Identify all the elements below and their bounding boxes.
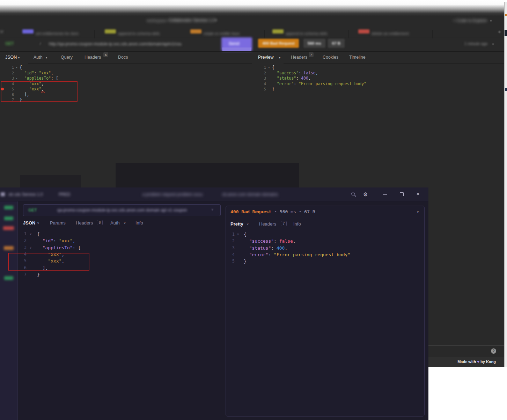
response-time: 560 ms (280, 209, 296, 214)
chevron-down-icon: ▾ (490, 19, 492, 22)
divider (0, 51, 504, 52)
fold-spacer (27, 237, 37, 244)
tab-body-json[interactable]: JSON (5, 55, 17, 60)
fold-toggle-icon[interactable]: ∨ (235, 231, 244, 238)
url-bar[interactable]: GET qa-promo-coupon-module-ip.svc.cds.an… (23, 204, 221, 216)
sliver-fragment (505, 88, 507, 91)
titlebar-mid-text: a problem request problem occurred (142, 192, 203, 197)
gear-icon[interactable]: ⚙ (363, 191, 368, 198)
response-panel: 400 Bad Request • 560 ms • 67 B ∨ Pretty… (226, 206, 425, 417)
url-input[interactable]: qa-promo-coupon-module-ip.svc.cds.anon.c… (57, 208, 210, 213)
tab-response-info[interactable]: Info (293, 221, 301, 227)
code-line: 3∨ "appliesTo": [ (18, 244, 223, 251)
line-number: 5 (252, 87, 266, 92)
code-line: 1▾{ (0, 65, 244, 71)
line-number: 2 (252, 71, 266, 76)
fold-toggle-icon[interactable]: ▾ (14, 65, 20, 71)
headers-count-badge: 6 (103, 52, 108, 57)
request-tab[interactable]: append to schema defs (286, 31, 341, 36)
response-preview[interactable]: 1▾{2 "success": false,3 "status": 400,4 … (252, 65, 496, 92)
response-body-viewer[interactable]: 1∨{2 "success": false,3 "status": 400,4 … (226, 231, 421, 265)
line-number: 3 (0, 76, 14, 81)
send-button-bottom (222, 47, 251, 51)
tab-pretty[interactable]: Pretty (230, 221, 243, 227)
time-badge: 560 ms (303, 39, 325, 48)
partial-tab[interactable]: st (0, 29, 3, 34)
tab-params[interactable]: Params (50, 220, 66, 226)
titlebar[interactable]: ob cds Service 1.0 PRED a problem reques… (0, 187, 428, 201)
new-tab-button[interactable]: + (498, 29, 501, 35)
code-line: 2 "success": false, (226, 238, 421, 244)
line-number: 7 (18, 271, 27, 278)
gutter-error-dot (1, 88, 4, 90)
code-line: 1∨{ (18, 231, 223, 237)
tab-timeline[interactable]: Timeline (349, 55, 366, 60)
response-size: 67 B (304, 209, 315, 214)
status-text: 400 Bad Request (230, 209, 271, 214)
tab-underline (28, 63, 252, 64)
chevron-down-icon: ∨ (124, 221, 126, 225)
code-line: 3▾ "appliesTo": [ (0, 76, 244, 81)
chevron-down-icon[interactable]: ∨ (417, 210, 419, 214)
tab-info[interactable]: Info (135, 220, 143, 226)
bg-workspace-label[interactable]: workspace (147, 18, 167, 23)
code-line: 3 "status": 400, (252, 76, 496, 81)
line-number: 2 (18, 237, 27, 244)
tab-auth[interactable]: Auth (110, 220, 120, 226)
tab-headers[interactable]: Headers (84, 55, 101, 60)
request-tab[interactable]: rotate or entitle keys (204, 31, 259, 36)
code-line: 4 "error": "Error parsing request body" (226, 251, 421, 258)
fold-spacer (235, 245, 244, 251)
fold-spacer (14, 71, 20, 76)
tab-docs[interactable]: Docs (118, 55, 128, 60)
fold-toggle-icon[interactable]: ▾ (266, 65, 272, 71)
code-line: 3 "status": 400, (226, 245, 421, 251)
tab-body-json[interactable]: JSON (23, 220, 35, 226)
minimize-button[interactable] (383, 194, 387, 195)
request-tab[interactable]: append to schema defs (118, 31, 174, 36)
sliver-fragment (505, 30, 507, 36)
sidebar-request-badge[interactable] (4, 216, 13, 220)
tab-preview[interactable]: Preview (258, 55, 273, 60)
request-tab[interactable]: set entitlements for dom (36, 31, 91, 36)
sidebar-request-badge[interactable] (4, 246, 14, 250)
document-title[interactable]: PRED (59, 192, 75, 197)
titlebar-fragment (1, 192, 5, 196)
maximize-button[interactable] (400, 192, 404, 196)
redaction-overlay (20, 175, 81, 189)
tab-method-badge (190, 29, 201, 34)
tab-auth[interactable]: Auth (34, 55, 43, 60)
tab-query[interactable]: Query (61, 55, 73, 60)
history-dropdown[interactable]: 1 minute ago (464, 42, 488, 46)
bg-right-action[interactable]: + Code to Explore (453, 18, 487, 23)
workspace-title[interactable]: ob cds Service 1.0 (8, 192, 52, 197)
bg-window-title[interactable]: Collaborator Service 1.0 (168, 18, 215, 23)
adjacent-window-sliver (504, 2, 507, 367)
url-input[interactable]: http://qa-promo-coupon-module-ip.svc.cds… (49, 42, 182, 46)
tab-response-headers[interactable]: Headers (291, 55, 307, 60)
bg-title-plus[interactable]: + (215, 18, 217, 23)
search-icon-handle (354, 195, 356, 197)
tab-cookies[interactable]: Cookies (323, 55, 338, 60)
line-number: 2 (226, 238, 235, 244)
help-button[interactable]: ? (491, 348, 496, 354)
request-tab[interactable]: delete an entitlement (372, 31, 427, 36)
chevron-down-icon: ▾ (18, 56, 20, 59)
line-number: 1 (252, 65, 266, 71)
sidebar-request-badge[interactable] (3, 226, 14, 230)
tab-response-headers[interactable]: Headers (259, 221, 276, 227)
fold-spacer (235, 251, 244, 258)
foreground-app-window: ob cds Service 1.0 PRED a problem reques… (0, 187, 428, 420)
credit-text: Made with (457, 360, 476, 364)
close-button[interactable]: × (416, 191, 420, 198)
code-line: 2 "success": false, (252, 71, 496, 76)
fold-toggle-icon[interactable]: ∨ (27, 244, 37, 251)
fold-toggle-icon[interactable]: ▾ (14, 76, 20, 81)
annotation-rectangle (8, 253, 89, 271)
tab-underline (284, 63, 504, 64)
fold-toggle-icon[interactable]: ∨ (27, 231, 37, 237)
lint-squiggle (41, 91, 45, 93)
sidebar-request-badge[interactable] (4, 206, 13, 209)
sidebar-request-badge[interactable] (4, 276, 13, 280)
tab-headers[interactable]: Headers (76, 220, 93, 226)
